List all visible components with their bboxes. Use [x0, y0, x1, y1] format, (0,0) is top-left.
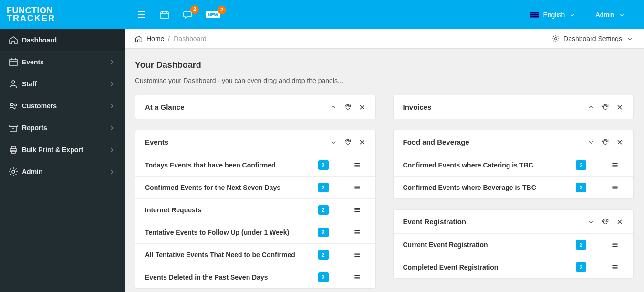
sidebar-item-reports[interactable]: Reports: [0, 117, 125, 139]
row-menu-icon[interactable]: [353, 273, 361, 281]
panel-header[interactable]: Events: [135, 130, 375, 154]
panel-header[interactable]: Invoices: [394, 95, 634, 119]
panel-refresh-icon[interactable]: [602, 104, 609, 111]
sidebar-item-bulk-print-export[interactable]: Bulk Print & Export: [0, 139, 125, 161]
panel-toggle-icon[interactable]: [587, 104, 595, 111]
user-icon: [9, 79, 22, 89]
row-count-badge: 2: [576, 160, 586, 170]
breadcrumb-home[interactable]: Home: [146, 35, 164, 42]
panel-close-icon[interactable]: [616, 218, 623, 226]
panel-refresh-icon[interactable]: [344, 104, 352, 111]
panel-row[interactable]: All Tentative Events That Need to be Con…: [135, 243, 375, 266]
row-label: Todays Events that have been Confirmed: [145, 161, 312, 169]
panel-row[interactable]: Current Event Registration2: [394, 233, 634, 256]
row-count-badge: 2: [318, 160, 329, 170]
language-selector[interactable]: English: [530, 11, 576, 19]
sidebar-item-label: Staff: [22, 80, 37, 88]
panel-events: EventsTodays Events that have been Confi…: [135, 130, 376, 289]
panel-toggle-icon[interactable]: [330, 104, 337, 111]
row-count-badge: 2: [318, 250, 329, 260]
panel-row[interactable]: Tentative Events to Follow Up (under 1 W…: [135, 221, 375, 243]
panel-row[interactable]: Completed Event Registration2: [394, 256, 634, 278]
users-icon: [9, 101, 22, 111]
sidebar-item-label: Bulk Print & Export: [22, 146, 83, 154]
panel-header[interactable]: Food and Beverage: [394, 130, 634, 154]
brand-logo[interactable]: FUNCTION TRACKER.: [0, 7, 125, 22]
panel-food-and-beverage: Food and BeverageConfirmed Events where …: [393, 130, 634, 199]
panel-refresh-icon[interactable]: [602, 138, 609, 146]
row-label: Current Event Registration: [403, 241, 571, 249]
home-icon: [9, 35, 22, 45]
sidebar-item-label: Reports: [22, 124, 47, 132]
row-menu-icon[interactable]: [353, 251, 361, 259]
row-label: Confirmed Events where Catering is TBC: [403, 161, 571, 169]
panel-invoices: Invoices: [393, 95, 634, 119]
sidebar-item-label: Admin: [22, 168, 43, 176]
panel-row[interactable]: Events Deleted in the Past Seven Days2: [135, 266, 375, 288]
chevron-right-icon: [108, 124, 116, 132]
row-menu-icon[interactable]: [353, 184, 361, 191]
panel-row[interactable]: Confirmed Events where Catering is TBC2: [394, 154, 634, 176]
chevron-right-icon: [108, 80, 116, 88]
sidebar-item-staff[interactable]: Staff: [0, 73, 125, 95]
row-label: Internet Requests: [145, 206, 312, 214]
dashboard-left-column: At a GlanceEventsTodays Events that have…: [135, 95, 376, 289]
sidebar-item-dashboard[interactable]: Dashboard: [0, 29, 125, 51]
row-menu-icon[interactable]: [611, 263, 619, 271]
row-count-badge: 2: [318, 228, 329, 237]
panel-row[interactable]: Confirmed Events for the Next Seven Days…: [135, 176, 375, 198]
panel-close-icon[interactable]: [616, 104, 623, 111]
row-menu-icon[interactable]: [611, 184, 619, 191]
row-label: Events Deleted in the Past Seven Days: [145, 273, 312, 281]
chat-icon[interactable]: 2: [183, 10, 192, 20]
chevron-down-icon: [618, 11, 626, 19]
chevron-right-icon: [108, 168, 116, 176]
panel-close-icon[interactable]: [358, 138, 366, 146]
row-menu-icon[interactable]: [611, 161, 619, 169]
flag-uk-icon: [530, 12, 539, 18]
user-menu-label: Admin: [595, 11, 614, 19]
sidebar-item-events[interactable]: Events: [0, 51, 125, 73]
panel-toggle-icon[interactable]: [330, 138, 337, 146]
breadcrumb-bar: Home / Dashboard Dashboard Settings: [125, 29, 644, 49]
gear-icon: [552, 35, 560, 42]
panel-close-icon[interactable]: [358, 104, 366, 111]
row-label: Confirmed Events where Beverage is TBC: [403, 184, 571, 191]
row-count-badge: 2: [318, 183, 329, 192]
panel-refresh-icon[interactable]: [602, 218, 609, 226]
chevron-right-icon: [108, 146, 116, 154]
row-count-badge: 2: [318, 272, 329, 282]
panel-body: Current Event Registration2Completed Eve…: [394, 233, 634, 278]
panel-row[interactable]: Internet Requests2: [135, 198, 375, 221]
chevron-right-icon: [108, 58, 116, 66]
chat-badge: 2: [190, 5, 199, 14]
row-menu-icon[interactable]: [611, 241, 619, 249]
panel-header[interactable]: Event Registration: [394, 210, 634, 233]
chevron-down-icon: [626, 35, 634, 42]
calendar-icon[interactable]: [160, 10, 169, 20]
panel-title: Events: [145, 138, 168, 146]
new-button[interactable]: NEW 2: [206, 11, 220, 18]
panel-close-icon[interactable]: [616, 138, 623, 146]
dashboard-settings-button[interactable]: Dashboard Settings: [552, 35, 634, 42]
panel-toggle-icon[interactable]: [587, 138, 595, 146]
sidebar-item-customers[interactable]: Customers: [0, 95, 125, 117]
panel-toggle-icon[interactable]: [587, 218, 595, 226]
panel-row[interactable]: Confirmed Events where Beverage is TBC2: [394, 176, 634, 198]
user-menu[interactable]: Admin: [595, 11, 626, 19]
row-menu-icon[interactable]: [353, 206, 361, 214]
sidebar-item-admin[interactable]: Admin: [0, 161, 125, 183]
row-menu-icon[interactable]: [353, 161, 361, 169]
panel-row[interactable]: Todays Events that have been Confirmed2: [135, 154, 375, 176]
nav-toggle-icon[interactable]: [137, 10, 146, 20]
row-count-badge: 2: [576, 262, 586, 272]
panel-title: Invoices: [403, 103, 432, 111]
home-icon: [135, 35, 143, 42]
logo-line2: TRACKER: [7, 13, 55, 23]
panel-header[interactable]: At a Glance: [135, 95, 375, 119]
panel-refresh-icon[interactable]: [344, 138, 352, 146]
row-menu-icon[interactable]: [353, 229, 361, 236]
row-count-badge: 2: [576, 240, 586, 250]
panel-title: Event Registration: [403, 218, 467, 226]
sidebar-item-label: Customers: [22, 102, 57, 110]
